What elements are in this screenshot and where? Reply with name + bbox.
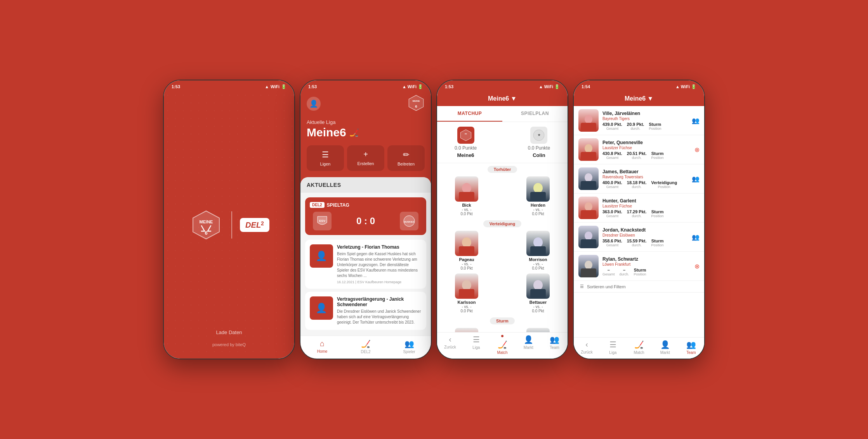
svg-rect-22: [459, 246, 474, 256]
loading-text: Lade Daten: [216, 329, 242, 335]
player-list-item-0[interactable]: Ville, Järveläinen Bayreuth Tigers 439.0…: [574, 106, 704, 135]
svg-point-33: [585, 115, 592, 124]
player-team-2: Ravensburg Towerstars: [602, 175, 688, 179]
sort-bar[interactable]: ☰ Sortieren und Filtern: [574, 281, 704, 293]
tab-spielplan[interactable]: SPIELPLAN: [502, 106, 568, 122]
bick-avatar: [455, 176, 478, 202]
player-row-sturm: Blackwater - vs. - 0.0 Pkt Knackstedt - …: [437, 326, 568, 332]
nav-back-4[interactable]: ‹ Zurück: [574, 340, 600, 355]
action-icon-4: 👥: [692, 233, 700, 241]
news-item-0[interactable]: 👤 Verletzung - Florian Thomas Beim Spiel…: [305, 240, 426, 289]
player-list: Ville, Järveläinen Bayreuth Tigers 439.0…: [574, 106, 704, 337]
player-list-item-4[interactable]: Jordan, Knackstedt Dresdner Eislöwen 358…: [574, 223, 704, 252]
nav-home[interactable]: ⌂ Home: [300, 339, 344, 354]
status-time-4: 1:54: [582, 84, 590, 89]
powered-text: powered by biteQ: [212, 342, 246, 347]
tab-matchup[interactable]: MATCHUP: [437, 106, 502, 122]
nav-match-3[interactable]: 🏒 Match: [489, 335, 515, 355]
player-name-0: Ville, Järveläinen: [602, 111, 688, 116]
svg-marker-13: [460, 130, 471, 141]
left-team-logo: M6: [457, 127, 474, 144]
svg-line-2: [201, 226, 205, 231]
news-thumb-1: 👤: [310, 296, 333, 320]
nav-team-3[interactable]: 👥 Team: [542, 335, 568, 355]
player-list-item-3[interactable]: Hunter, Garlent Lausitzer Füchse 363.0 P…: [574, 193, 704, 223]
player-name-2: James, Bettauer: [602, 169, 688, 174]
team-left-logo: ESV: [313, 212, 332, 230]
player-team-4: Dresdner Eislöwen: [602, 233, 688, 237]
bottom-nav-2: ⌂ Home 🏒 DEL2 👥 Spieler: [300, 336, 431, 359]
nav-liga-3[interactable]: ☰ Liga: [463, 335, 489, 355]
liga-label: Aktuelle Liga: [307, 119, 425, 125]
svg-text:M6: M6: [465, 133, 467, 135]
player-karlsson: Karlsson - vs. - 0.0 Pkt: [443, 274, 490, 313]
news-item-1[interactable]: 👤 Vertragsverlängerung - Janick Schwende…: [305, 292, 426, 330]
matchup-body: Meine6 ▼ MATCHUP SPIELPLAN M6 0.0 Punkte…: [437, 91, 568, 359]
player-name-1: Peter, Quenneville: [602, 140, 691, 145]
player-list-item-1[interactable]: Peter, Quenneville Lausitzer Füchse 430.…: [574, 135, 704, 164]
phone-team: 1:54 ▲ WiFi 🔋 Meine6 ▼ Ville, Järveläine…: [573, 80, 705, 359]
beitreten-button[interactable]: ✏ Beitreten: [387, 145, 425, 171]
status-icons-1: ▲ WiFi 🔋: [265, 84, 286, 89]
nav-del2[interactable]: 🏒 DEL2: [344, 339, 387, 354]
news-title-0: Verletzung - Florian Thomas: [337, 244, 422, 250]
herden-avatar: [526, 176, 550, 202]
team-body: Meine6 ▼ Ville, Järveläinen Bayreuth Tig…: [574, 91, 704, 359]
player-team-3: Lausitzer Füchse: [602, 204, 696, 208]
svg-point-19: [533, 183, 543, 193]
home-header: 👤 MEINE 6: [300, 91, 431, 118]
player-list-item-5[interactable]: Rylan, Schwartz Löwen Frankfurt – Gesamt…: [574, 252, 704, 281]
nav-match-4[interactable]: 🏒 Match: [626, 340, 652, 355]
svg-rect-40: [581, 210, 596, 219]
splash-body: MEINE 6 DEL2 Lade Daten powered by biteQ: [164, 91, 294, 359]
player-blackwater: Blackwater - vs. - 0.0 Pkt: [443, 328, 490, 332]
match-display: ESV 0 : 0 HUSKIES: [310, 212, 422, 230]
bottom-nav-3: ‹ Zurück ☰ Liga 🏒 Match 👤 Markt 👥 Team: [437, 332, 568, 359]
phone-splash: 1:53 ▲ WiFi 🔋 MEINE 6: [163, 80, 295, 359]
player-herden: Herden - vs. - 0.0 Pkt: [515, 176, 561, 216]
erstellen-button[interactable]: + Erstellen: [347, 145, 384, 171]
nav-back-3[interactable]: ‹ Zurück: [437, 335, 463, 355]
news-body-1: Die Dresdner Eislöwen und Janick Schwend…: [337, 309, 422, 325]
logos-container: MEINE 6 DEL2: [189, 207, 269, 242]
home-body: 👤 MEINE 6 Aktuelle Liga Meine6 🏒 ☰ Ligen: [300, 91, 431, 359]
ligen-button[interactable]: ☰ Ligen: [307, 145, 344, 171]
svg-text:MEINE: MEINE: [200, 220, 213, 224]
svg-rect-34: [581, 123, 596, 132]
matchup-header-bar: Meine6 ▼: [437, 91, 568, 106]
left-team: M6 0.0 Punkte Meine6: [455, 127, 477, 158]
nav-markt-3[interactable]: 👤 Markt: [516, 335, 542, 355]
svg-text:HUSKIES: HUSKIES: [404, 221, 415, 223]
pageau-name: Pageau: [459, 257, 474, 262]
action-icon-5: ⊗: [694, 263, 700, 270]
svg-rect-38: [581, 181, 596, 190]
nav-team-4[interactable]: 👥 Team: [678, 340, 704, 355]
nav-liga-4[interactable]: ☰ Liga: [600, 340, 626, 355]
matchup-teams: M6 0.0 Punkte Meine6 ★ 0.0 Punkte Colin: [437, 122, 568, 163]
player-row-vert2: Karlsson - vs. - 0.0 Pkt Bettauer - vs. …: [437, 272, 568, 315]
status-time-2: 1:53: [308, 84, 317, 89]
bick-name: Bick: [462, 203, 471, 207]
spieltag-card: DEL2 SPIELTAG ESV 0 : 0 HUSKIES: [305, 197, 426, 235]
player-list-item-2[interactable]: James, Bettauer Ravensburg Towerstars 40…: [574, 164, 704, 193]
logo-divider: [231, 211, 232, 239]
player-row-torh: Bick - vs. - 0.0 Pkt Herden - vs. - 0.0 …: [437, 175, 568, 218]
nav-spieler[interactable]: 👥 Spieler: [387, 339, 431, 354]
right-team: ★ 0.0 Punkte Colin: [528, 127, 550, 158]
svg-marker-0: [193, 211, 219, 239]
phone-home: 1:53 ▲ WiFi 🔋 👤 MEINE 6 Aktuelle Liga Me…: [300, 80, 432, 359]
position-torhuter: Torhüter: [488, 166, 517, 173]
nav-markt-4[interactable]: 👤 Markt: [652, 340, 678, 355]
svg-point-39: [585, 202, 592, 211]
morrison-name: Morrison: [529, 257, 547, 262]
svg-text:★: ★: [538, 133, 541, 137]
status-time-1: 1:53: [172, 84, 180, 89]
news-title-1: Vertragsverlängerung - Janick Schwendene…: [337, 296, 422, 307]
player-row-vert1: Pageau - vs. - 0.0 Pkt Morrison - vs. - …: [437, 229, 568, 272]
player-morrison: Morrison - vs. - 0.0 Pkt: [515, 231, 561, 270]
user-avatar[interactable]: 👤: [307, 97, 321, 111]
action-icon-2: 👥: [692, 175, 700, 183]
status-bar-2: 1:53 ▲ WiFi 🔋: [300, 80, 431, 91]
svg-point-17: [462, 183, 471, 193]
status-bar-3: 1:53 ▲ WiFi 🔋: [437, 80, 568, 91]
